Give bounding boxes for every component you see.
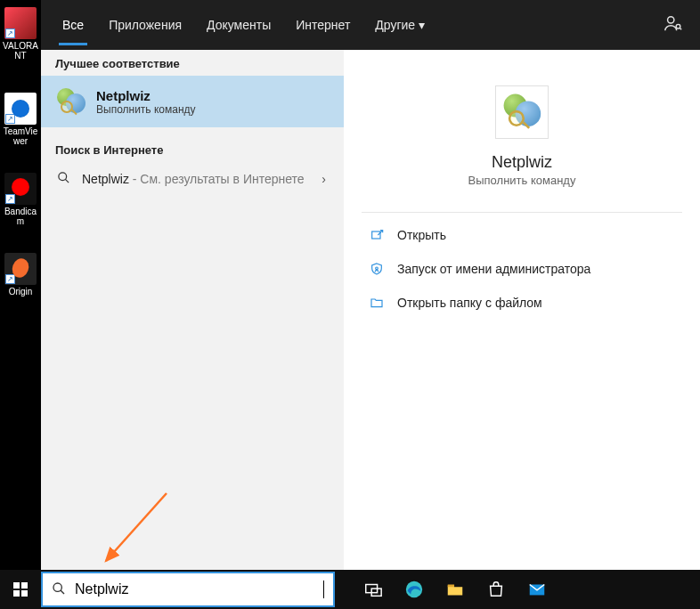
action-label: Открыть <box>397 228 446 242</box>
folder-icon <box>369 295 385 311</box>
svg-rect-10 <box>448 585 454 588</box>
tab-label: Интернет <box>296 18 350 32</box>
svg-rect-3 <box>372 231 380 239</box>
shortcut-badge: ↗ <box>5 194 15 204</box>
desktop-icon-bandicam[interactable]: ↗ Bandicam <box>0 173 41 226</box>
preview-subtitle: Выполнить команду <box>344 174 700 187</box>
svg-point-1 <box>676 24 680 28</box>
search-icon <box>55 171 71 187</box>
tab-apps[interactable]: Приложения <box>96 0 194 50</box>
taskbar-app-store[interactable] <box>476 570 517 609</box>
best-match-item[interactable]: Netplwiz Выполнить команду <box>41 76 344 127</box>
tab-documents[interactable]: Документы <box>194 0 283 50</box>
shortcut-badge: ↗ <box>5 28 15 38</box>
tab-label: Документы <box>207 18 271 32</box>
desktop-icon-label: Bandicam <box>0 207 41 226</box>
divider <box>362 212 682 213</box>
taskbar-app-mail[interactable] <box>517 570 558 609</box>
feedback-icon[interactable] <box>655 13 691 37</box>
action-open[interactable]: Открыть <box>344 218 700 252</box>
search-icon <box>52 581 66 598</box>
best-match-title: Netplwiz <box>96 88 196 103</box>
tab-label: Другие <box>375 18 415 32</box>
action-run-as-admin[interactable]: Запуск от имени администратора <box>344 252 700 286</box>
action-open-file-location[interactable]: Открыть папку с файлом <box>344 286 700 320</box>
chevron-down-icon: ▾ <box>419 18 425 32</box>
tab-web[interactable]: Интернет <box>283 0 362 50</box>
start-button[interactable] <box>0 570 41 609</box>
desktop: ↗ VALORANT ↗ TeamViewer ↗ Bandicam ↗ Ori… <box>0 0 41 570</box>
search-flyout: Все Приложения Документы Интернет Другие… <box>41 0 700 570</box>
best-match-header: Лучшее соответствие <box>41 50 344 76</box>
taskbar-app-explorer[interactable] <box>435 570 476 609</box>
taskbar-search-box[interactable] <box>41 572 335 607</box>
desktop-icon-valorant[interactable]: ↗ VALORANT <box>0 7 41 61</box>
shortcut-badge: ↗ <box>5 114 15 124</box>
tab-label: Приложения <box>109 18 182 32</box>
desktop-icon-label: VALORANT <box>0 41 41 61</box>
best-match-subtitle: Выполнить команду <box>96 103 196 116</box>
web-search-header: Поиск в Интернете <box>41 136 344 162</box>
desktop-icon-origin[interactable]: ↗ Origin <box>0 253 41 296</box>
svg-point-6 <box>53 583 61 591</box>
task-view-button[interactable] <box>353 570 394 609</box>
shield-admin-icon <box>369 261 385 277</box>
tab-more[interactable]: Другие▾ <box>362 0 437 50</box>
tab-label: Все <box>62 18 84 32</box>
tab-all[interactable]: Все <box>50 0 96 50</box>
desktop-icon-label: TeamViewer <box>0 126 41 146</box>
chevron-right-icon: › <box>322 172 330 186</box>
svg-point-4 <box>376 267 378 270</box>
svg-point-0 <box>668 17 674 23</box>
search-input[interactable] <box>75 581 325 597</box>
windows-logo-icon <box>13 582 28 597</box>
taskbar-icons <box>353 570 558 609</box>
taskbar <box>0 570 700 609</box>
shortcut-badge: ↗ <box>5 274 15 284</box>
svg-point-2 <box>58 173 66 181</box>
preview-title: Netplwiz <box>344 153 700 172</box>
action-label: Открыть папку с файлом <box>397 296 542 310</box>
web-search-item[interactable]: Netplwiz - См. результаты в Интернете › <box>41 162 344 196</box>
web-search-label: Netplwiz - См. результаты в Интернете <box>82 172 305 186</box>
desktop-icon-label: Origin <box>0 287 41 296</box>
search-body: Лучшее соответствие Netplwiz Выполнить к… <box>41 50 700 570</box>
preview-icon <box>495 85 549 139</box>
search-tabs-header: Все Приложения Документы Интернет Другие… <box>41 0 700 50</box>
desktop-icon-teamviewer[interactable]: ↗ TeamViewer <box>0 93 41 146</box>
open-icon <box>369 227 385 243</box>
results-column: Лучшее соответствие Netplwiz Выполнить к… <box>41 50 344 570</box>
netplwiz-icon <box>55 86 85 117</box>
taskbar-app-edge[interactable] <box>394 570 435 609</box>
text-cursor <box>323 581 324 598</box>
action-label: Запуск от имени администратора <box>397 262 590 276</box>
preview-column: Netplwiz Выполнить команду Открыть Запус… <box>344 50 700 570</box>
